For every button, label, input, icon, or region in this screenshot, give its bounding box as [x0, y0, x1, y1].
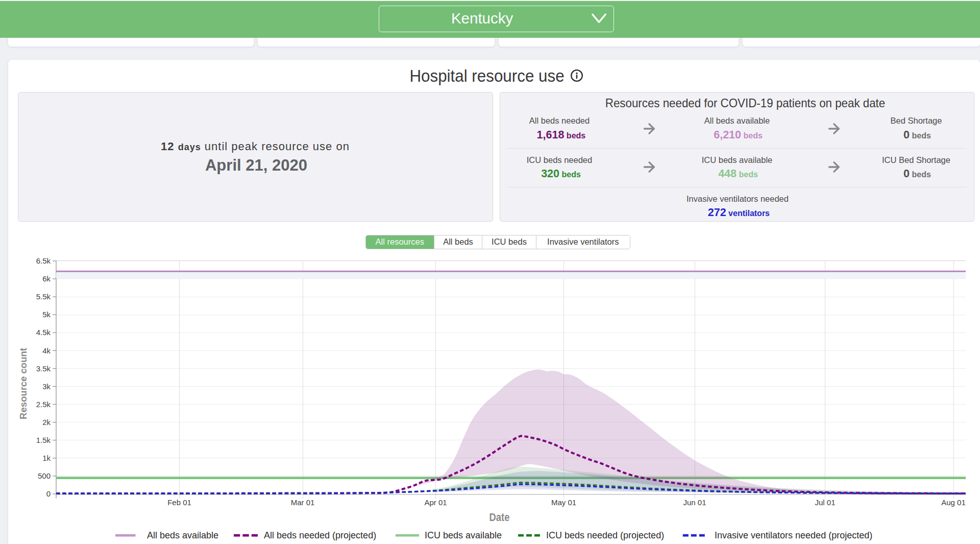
svg-text:3.5k: 3.5k	[36, 364, 51, 373]
svg-text:2k: 2k	[42, 418, 51, 427]
svg-text:Jun 01: Jun 01	[683, 498, 706, 507]
svg-text:6k: 6k	[42, 274, 51, 283]
svg-text:Aug 01: Aug 01	[941, 498, 966, 507]
svg-text:Mar 01: Mar 01	[291, 498, 315, 507]
svg-text:ICU beds available: ICU beds available	[425, 530, 502, 540]
svg-text:All beds needed (projected): All beds needed (projected)	[264, 530, 376, 540]
svg-text:5k: 5k	[42, 310, 51, 319]
svg-text:Date: Date	[489, 511, 509, 524]
svg-text:4k: 4k	[42, 346, 51, 355]
svg-text:4.5k: 4.5k	[36, 328, 51, 337]
svg-text:Invasive ventilators needed (p: Invasive ventilators needed (projected)	[715, 530, 872, 540]
svg-text:3k: 3k	[42, 382, 51, 391]
svg-text:Resource count: Resource count	[18, 348, 29, 419]
svg-text:1.5k: 1.5k	[36, 436, 51, 444]
svg-text:500: 500	[38, 471, 51, 480]
svg-text:0: 0	[46, 489, 51, 498]
svg-text:2.5k: 2.5k	[36, 400, 51, 409]
svg-text:Jul 01: Jul 01	[815, 498, 835, 507]
svg-text:1k: 1k	[42, 454, 51, 462]
svg-text:6.5k: 6.5k	[36, 256, 51, 265]
svg-text:5.5k: 5.5k	[36, 292, 51, 301]
svg-text:Feb 01: Feb 01	[167, 498, 191, 507]
svg-text:All beds available: All beds available	[147, 530, 218, 540]
svg-text:Apr 01: Apr 01	[424, 498, 447, 507]
svg-text:ICU beds needed (projected): ICU beds needed (projected)	[546, 530, 664, 540]
svg-text:May 01: May 01	[551, 498, 576, 507]
